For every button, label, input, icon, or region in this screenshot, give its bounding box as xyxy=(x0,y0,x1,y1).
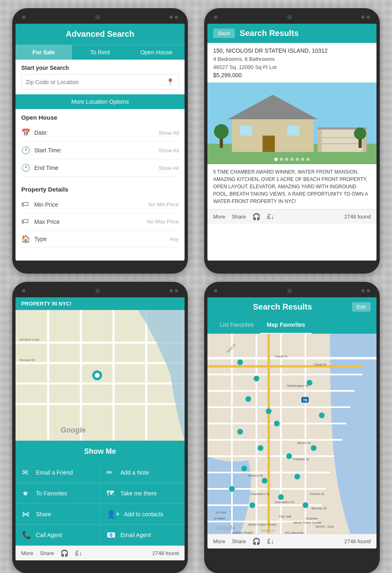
search-input[interactable] xyxy=(26,79,166,85)
svg-point-13 xyxy=(214,124,229,139)
prop-row-max-price[interactable]: 🏷 Max Price No Max Price xyxy=(21,213,179,230)
image-dots xyxy=(274,158,310,161)
nyc-header-text: PROPERTY IN NYC! xyxy=(21,301,71,307)
tab-map-favorites[interactable]: Map Favorites xyxy=(260,317,312,334)
phone-screen-1: Advanced Search For Sale To Rent Open Ho… xyxy=(16,24,185,261)
map-view[interactable]: Nicolosi Loop Nicolosi Dr Google xyxy=(16,310,185,441)
svg-text:Washington St: Washington St xyxy=(287,384,309,388)
phone-dot-2-left xyxy=(214,16,217,19)
take-me-there-label: Take me there xyxy=(120,490,157,497)
phone-map-favorites: Search Results Edit List Favorites Map F… xyxy=(204,282,380,573)
prop-row-min-price[interactable]: 🏷 Min Price No Min Price xyxy=(21,196,179,213)
phone-bottom-2 xyxy=(207,261,376,267)
tab-for-sale[interactable]: For Sale xyxy=(16,45,72,60)
phone-dot-3-r1 xyxy=(169,289,173,292)
action-email-agent[interactable]: 📧 Email Agent xyxy=(100,525,185,546)
svg-rect-4 xyxy=(263,136,275,152)
oh-end-label: End Time xyxy=(34,165,158,171)
phone-dot-r1 xyxy=(169,16,173,19)
min-price-label: Min Price xyxy=(34,201,149,208)
prop-row-type[interactable]: 🏠 Type Any xyxy=(21,230,179,248)
clock-icon: 🕐 xyxy=(21,146,34,155)
map-favorites-view[interactable]: Canal St Canal St Varick St Washington S… xyxy=(207,334,376,534)
svg-point-56 xyxy=(241,466,247,471)
svg-point-61 xyxy=(319,412,325,418)
sort-icon-3: £↓ xyxy=(75,550,82,557)
img-dot-2 xyxy=(280,158,283,161)
phone-dot-3-left xyxy=(22,289,25,292)
phone-dot-r2 xyxy=(175,16,178,19)
phone-camera-3 xyxy=(95,288,100,293)
action-share[interactable]: ⋈ Share xyxy=(16,504,100,525)
result-footer: More Share 🎧 £↓ 2748 found xyxy=(207,209,376,224)
phone-advanced-search: Advanced Search For Sale To Rent Open Ho… xyxy=(12,8,188,274)
svg-text:Chambers St: Chambers St xyxy=(250,492,270,496)
phone-dot-4-r2 xyxy=(367,289,370,292)
favorites-tabs: List Favorites Map Favorites xyxy=(207,317,376,334)
tab-open-house[interactable]: Open House xyxy=(128,45,185,60)
email-agent-label: Email Agent xyxy=(120,532,151,538)
max-price-value: No Max Price xyxy=(147,218,179,225)
search-input-wrap[interactable]: 📍 xyxy=(21,74,179,89)
svg-text:rth Cove: rth Cove xyxy=(216,511,227,514)
search-section: Start your Search 📍 xyxy=(16,60,185,94)
action-call-agent[interactable]: 📞 Call Agent xyxy=(16,525,100,546)
add-contacts-icon: 👤+ xyxy=(107,510,120,519)
phone-camera-4 xyxy=(287,288,292,293)
favorites-label: To Favorites xyxy=(36,490,67,497)
more-button-3[interactable]: More xyxy=(21,550,33,556)
sr-header: Search Results Edit xyxy=(207,297,376,317)
prop-address: 150, NICOLOSI DR STATEN ISLAND, 10312 xyxy=(213,47,371,55)
action-add-contacts[interactable]: 👤+ Add to contacts xyxy=(100,504,185,525)
edit-button[interactable]: Edit xyxy=(352,302,371,312)
action-add-note[interactable]: ✏ Add a Note xyxy=(100,462,185,483)
share-button-4[interactable]: Share xyxy=(232,538,246,544)
oh-row-end-time[interactable]: 🕐 End Time Show All xyxy=(21,159,179,177)
phone-bottom-1 xyxy=(16,261,185,267)
search-section-title: Start your Search xyxy=(21,65,179,71)
svg-point-55 xyxy=(286,453,292,459)
more-button-4[interactable]: More xyxy=(213,538,225,544)
svg-rect-5 xyxy=(240,125,252,136)
more-button[interactable]: More xyxy=(213,214,225,220)
oh-row-start-time[interactable]: 🕐 Start Time: Show All xyxy=(21,142,179,159)
svg-text:ht Harbor: ht Harbor xyxy=(214,517,226,520)
svg-point-48 xyxy=(237,359,243,365)
action-email-friend[interactable]: ✉ Email a Friend xyxy=(16,462,100,483)
open-house-title: Open House xyxy=(21,114,179,121)
svg-text:Franklin St: Franklin St xyxy=(293,457,309,461)
share-button[interactable]: Share xyxy=(232,214,246,220)
result-header-title: Search Results xyxy=(240,29,299,38)
result-footer-3: More Share 🎧 £↓ 2748 found xyxy=(16,546,185,560)
action-to-favorites[interactable]: ★ To Favorites xyxy=(16,483,100,504)
max-price-label: Max Price xyxy=(34,218,147,225)
phone-screen-3: PROPERTY IN NYC! Nicolosi Loop Nicolosi … xyxy=(16,297,185,560)
svg-text:Nicolosi Loop: Nicolosi Loop xyxy=(20,338,40,341)
svg-point-64 xyxy=(303,502,308,508)
phone-dot-4-r1 xyxy=(361,289,365,292)
back-button[interactable]: Back xyxy=(213,29,235,38)
oh-row-date[interactable]: 📅 Date: Show All xyxy=(21,124,179,142)
img-dot-3 xyxy=(285,158,288,161)
show-me-button[interactable]: Show Me xyxy=(16,441,185,462)
result-header: Back Search Results xyxy=(207,24,376,43)
svg-text:Google: Google xyxy=(216,524,235,531)
action-take-me-there[interactable]: 🗺 Take me there xyxy=(100,483,185,504)
svg-text:City Hall: City Hall xyxy=(279,515,291,518)
oh-end-value: Show All xyxy=(158,165,179,171)
phone-search-results: Back Search Results 150, NICOLOSI DR STA… xyxy=(204,8,380,274)
tab-list-favorites[interactable]: List Favorites xyxy=(213,317,260,334)
advanced-search-title: Advanced Search xyxy=(66,29,134,38)
share-button-3[interactable]: Share xyxy=(40,550,54,556)
phone-map-actions: PROPERTY IN NYC! Nicolosi Loop Nicolosi … xyxy=(12,282,188,573)
prop-price: $5,299,000 xyxy=(213,72,371,78)
phone-top-bar-3 xyxy=(16,288,185,297)
tab-to-rent[interactable]: To Rent xyxy=(72,45,128,60)
sort-icon: £↓ xyxy=(267,213,274,221)
email-agent-icon: 📧 xyxy=(107,531,116,540)
phone-dots-right-4 xyxy=(361,289,370,292)
svg-point-28 xyxy=(95,373,100,378)
svg-point-51 xyxy=(266,408,272,414)
more-location-button[interactable]: More Location Options xyxy=(16,94,185,109)
svg-text:Google: Google xyxy=(60,426,86,434)
